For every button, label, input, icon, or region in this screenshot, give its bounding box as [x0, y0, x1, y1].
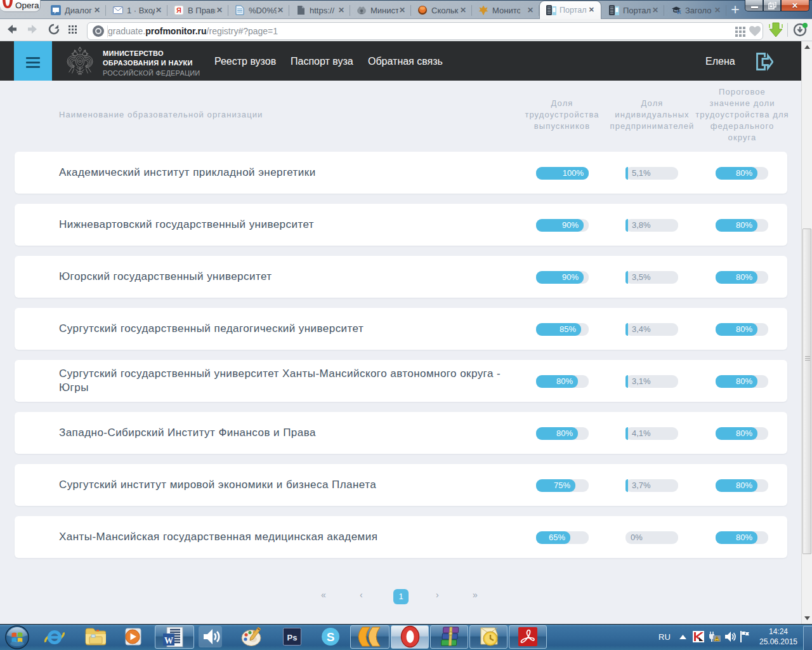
svg-text:Ю: Ю [677, 9, 681, 15]
svg-text:W: W [164, 636, 173, 646]
svg-text:S: S [327, 630, 335, 644]
svg-text:Я: Я [176, 6, 181, 14]
svg-text:Ps: Ps [287, 633, 298, 642]
